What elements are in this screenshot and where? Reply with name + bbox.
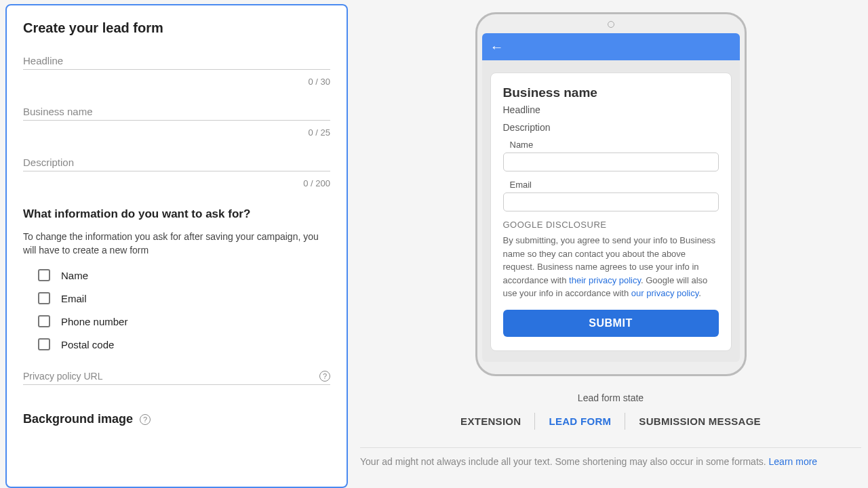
learn-more-link[interactable]: Learn more: [769, 456, 818, 467]
business-field-block: Business name 0 / 25: [23, 106, 330, 138]
preview-email-input[interactable]: [503, 192, 719, 211]
preview-headline: Headline: [503, 104, 719, 115]
phone-header-bar: ←: [482, 33, 740, 60]
disclosure-text: By submitting, you agree to send your in…: [503, 234, 719, 300]
checkbox-phone-label: Phone number: [61, 316, 127, 327]
footer-text: Your ad might not always include all you…: [360, 456, 769, 467]
privacy-policy-input[interactable]: Privacy policy URL: [23, 371, 102, 382]
headline-field-block: Headline 0 / 30: [23, 55, 330, 87]
their-privacy-policy-link[interactable]: their privacy policy: [569, 275, 641, 285]
panel-title: Create your lead form: [23, 20, 330, 36]
tab-extension[interactable]: EXTENSION: [447, 413, 534, 430]
tab-submission-message[interactable]: SUBMISSION MESSAGE: [625, 413, 774, 430]
background-image-row: Background image ?: [23, 412, 330, 426]
phone-camera-icon: [608, 21, 614, 28]
checkbox-row-phone[interactable]: Phone number: [23, 315, 330, 327]
left-form-panel: Create your lead form Headline 0 / 30 Bu…: [5, 4, 348, 488]
phone-body: Business name Headline Description Name …: [482, 60, 740, 362]
business-char-count: 0 / 25: [23, 127, 330, 138]
description-input[interactable]: Description: [23, 157, 330, 171]
help-icon[interactable]: ?: [319, 371, 330, 382]
checkbox-row-postal[interactable]: Postal code: [23, 338, 330, 350]
preview-area: ← Business name Headline Description Nam…: [353, 0, 868, 488]
ask-info-heading: What information do you want to ask for?: [23, 207, 330, 221]
checkbox-name[interactable]: [38, 269, 50, 281]
checkbox-row-name[interactable]: Name: [23, 269, 330, 281]
privacy-policy-row: Privacy policy URL ?: [23, 371, 330, 385]
checkbox-postal[interactable]: [38, 338, 50, 350]
checkbox-name-label: Name: [61, 270, 88, 281]
background-image-label: Background image: [23, 412, 133, 426]
back-arrow-icon[interactable]: ←: [490, 39, 504, 55]
headline-char-count: 0 / 30: [23, 77, 330, 87]
tab-lead-form[interactable]: LEAD FORM: [535, 413, 625, 430]
disclosure-part3: .: [698, 288, 701, 298]
checkbox-phone[interactable]: [38, 315, 50, 327]
help-icon[interactable]: ?: [140, 414, 151, 425]
description-char-count: 0 / 200: [23, 178, 330, 188]
checkbox-email-label: Email: [61, 293, 87, 304]
checkbox-row-email[interactable]: Email: [23, 292, 330, 304]
preview-name-label: Name: [503, 140, 719, 150]
our-privacy-policy-link[interactable]: our privacy policy: [631, 288, 698, 298]
state-tabs: EXTENSION LEAD FORM SUBMISSION MESSAGE: [360, 413, 861, 430]
preview-email-label: Email: [503, 180, 719, 190]
ask-info-hint: To change the information you ask for af…: [23, 230, 330, 257]
business-name-input[interactable]: Business name: [23, 106, 330, 121]
submit-button[interactable]: SUBMIT: [503, 310, 719, 337]
preview-description: Description: [503, 122, 719, 133]
lead-form-state-label: Lead form state: [360, 392, 861, 403]
disclosure-title: GOOGLE DISCLOSURE: [503, 220, 719, 230]
description-field-block: Description 0 / 200: [23, 157, 330, 188]
preview-business-name: Business name: [503, 85, 719, 100]
footer-note: Your ad might not always include all you…: [360, 447, 861, 467]
preview-name-input[interactable]: [503, 152, 719, 171]
phone-preview-frame: ← Business name Headline Description Nam…: [475, 12, 747, 376]
headline-input[interactable]: Headline: [23, 55, 330, 70]
lead-form-card: Business name Headline Description Name …: [490, 73, 732, 351]
checkbox-postal-label: Postal code: [61, 339, 114, 350]
checkbox-email[interactable]: [38, 292, 50, 304]
